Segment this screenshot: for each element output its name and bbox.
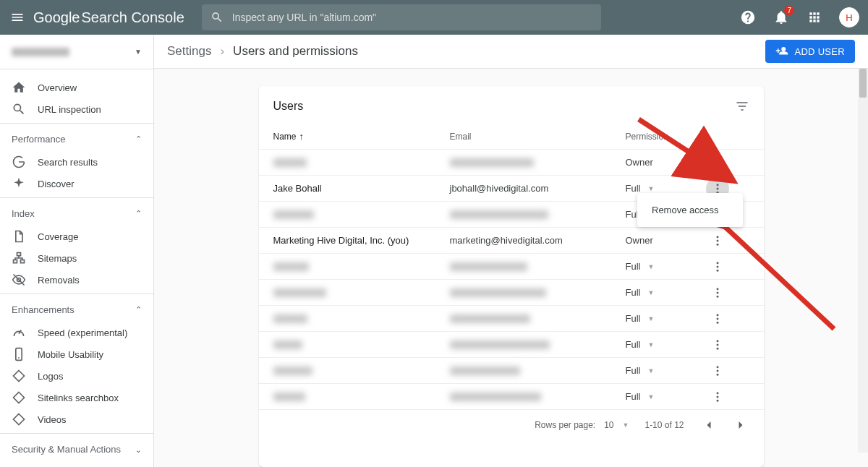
column-header-permission[interactable]: Permission <box>626 132 706 142</box>
svg-point-6 <box>716 161 718 163</box>
sidebar-item-url-inspection[interactable]: URL inspection <box>0 98 153 120</box>
svg-point-24 <box>716 317 718 320</box>
sidebar-section-performance[interactable]: Performance ⌃ <box>0 127 153 151</box>
row-menu-button[interactable] <box>706 229 729 252</box>
sidebar-item-label: Videos <box>38 414 67 425</box>
sidebar-section-index[interactable]: Index ⌃ <box>0 201 153 226</box>
permission-value[interactable]: Full <box>626 183 641 194</box>
row-menu-button[interactable] <box>706 385 729 408</box>
property-selector[interactable]: ▼ <box>0 35 153 69</box>
diamond-icon <box>12 390 26 405</box>
sidebar: ▼ Overview URL inspection Performance ⌃ … <box>0 35 154 467</box>
sidebar-item-label: Discover <box>38 179 75 189</box>
sidebar-item-videos[interactable]: Videos <box>0 408 153 430</box>
svg-point-31 <box>716 373 718 375</box>
sidebar-item-speed[interactable]: Speed (experimental) <box>0 322 153 343</box>
svg-point-34 <box>716 399 718 401</box>
filter-icon[interactable] <box>735 99 749 113</box>
card-title: Users <box>273 100 304 113</box>
hamburger-menu-icon[interactable] <box>9 9 26 26</box>
sidebar-item-sitemaps[interactable]: Sitemaps <box>0 247 153 269</box>
scrollbar[interactable] <box>858 69 868 453</box>
sidebar-item-overview[interactable]: Overview <box>0 77 153 98</box>
svg-point-26 <box>716 340 718 342</box>
account-avatar[interactable]: H <box>839 7 859 27</box>
svg-rect-1 <box>14 260 17 263</box>
column-header-name[interactable]: Name ↑ <box>273 131 450 142</box>
user-name <box>273 314 450 323</box>
chevron-up-icon: ⌃ <box>135 209 142 218</box>
mobile-icon <box>12 347 26 361</box>
search-placeholder: Inspect any URL in "altium.com" <box>232 12 376 23</box>
permission-value: Owner <box>626 157 653 168</box>
svg-point-8 <box>716 184 718 186</box>
next-page-button[interactable] <box>732 416 749 434</box>
help-icon[interactable] <box>739 9 757 26</box>
row-menu-button[interactable] <box>706 333 729 356</box>
row-menu-button[interactable] <box>706 281 729 304</box>
notifications-icon[interactable]: 7 <box>773 9 790 26</box>
svg-point-17 <box>716 262 718 264</box>
svg-point-18 <box>716 265 718 267</box>
row-menu-button[interactable] <box>706 359 729 382</box>
sidebar-item-label: Search results <box>38 157 98 168</box>
users-card: Users Name ↑ Email Permission OwnerJake … <box>259 86 764 467</box>
rows-per-page-value[interactable]: 10 <box>604 420 613 430</box>
main-content: Settings › Users and permissions ADD USE… <box>154 35 868 467</box>
sidebar-item-removals[interactable]: Removals <box>0 269 153 291</box>
sidebar-item-label: Coverage <box>38 231 78 242</box>
prev-page-button[interactable] <box>700 416 718 434</box>
sidebar-section-enhancements[interactable]: Enhancements ⌃ <box>0 297 153 322</box>
table-row: Full▼ <box>259 331 764 357</box>
table-row: Full▼ <box>259 279 764 305</box>
sidebar-item-label: URL inspection <box>38 104 101 115</box>
table-row: Owner <box>259 149 764 175</box>
svg-point-14 <box>716 236 718 238</box>
content-area: Users Name ↑ Email Permission OwnerJake … <box>154 69 868 467</box>
sitemap-icon <box>12 251 26 265</box>
permission-value[interactable]: Full <box>626 261 641 272</box>
user-name <box>273 340 450 349</box>
permission-value[interactable]: Full <box>626 365 641 376</box>
permission-value[interactable]: Full <box>626 391 641 402</box>
chevron-down-icon[interactable]: ▼ <box>623 421 629 429</box>
speed-icon <box>12 325 26 340</box>
logo-product: Search Console <box>82 9 184 26</box>
column-header-email[interactable]: Email <box>450 132 626 142</box>
sidebar-item-logos[interactable]: Logos <box>0 365 153 387</box>
google-g-icon <box>12 155 26 169</box>
user-name: Marketing Hive Digital, Inc. (you) <box>273 235 450 246</box>
table-body: OwnerJake Bohalljbohall@hivedigital.comF… <box>259 149 764 409</box>
svg-rect-0 <box>17 253 21 256</box>
app-header: Google Search Console Inspect any URL in… <box>0 0 868 35</box>
chevron-down-icon: ▼ <box>647 367 654 374</box>
logo[interactable]: Google Search Console <box>33 9 184 26</box>
url-search-input[interactable]: Inspect any URL in "altium.com" <box>202 4 601 30</box>
svg-point-19 <box>716 269 718 271</box>
sidebar-item-sitelinks-searchbox[interactable]: Sitelinks searchbox <box>0 387 153 408</box>
permission-value[interactable]: Full <box>626 313 641 324</box>
card-footer: Rows per page: 10 ▼ 1-10 of 12 <box>259 409 764 440</box>
remove-access-menu-item[interactable]: Remove access <box>637 197 743 223</box>
sidebar-item-coverage[interactable]: Coverage <box>0 226 153 247</box>
notification-badge: 7 <box>784 6 794 15</box>
sidebar-section-security[interactable]: Security & Manual Actions ⌃ <box>0 437 153 461</box>
apps-grid-icon[interactable] <box>806 9 823 26</box>
user-email <box>450 314 626 323</box>
permission-value[interactable]: Full <box>626 339 641 350</box>
sidebar-item-discover[interactable]: Discover <box>0 173 153 194</box>
sidebar-item-search-results[interactable]: Search results <box>0 151 153 173</box>
add-user-button[interactable]: ADD USER <box>765 40 855 63</box>
breadcrumb-settings[interactable]: Settings <box>167 44 211 59</box>
sidebar-item-mobile-usability[interactable]: Mobile Usability <box>0 343 153 365</box>
row-menu-button[interactable] <box>706 307 729 330</box>
chevron-down-icon: ▼ <box>647 185 654 192</box>
svg-rect-4 <box>16 348 22 361</box>
row-menu-button[interactable] <box>706 151 729 174</box>
table-row: Full▼ <box>259 253 764 279</box>
chevron-down-icon: ▼ <box>647 393 654 400</box>
svg-point-33 <box>716 395 718 398</box>
row-menu-button[interactable] <box>706 255 729 278</box>
permission-value[interactable]: Full <box>626 287 641 298</box>
user-email <box>450 210 626 219</box>
